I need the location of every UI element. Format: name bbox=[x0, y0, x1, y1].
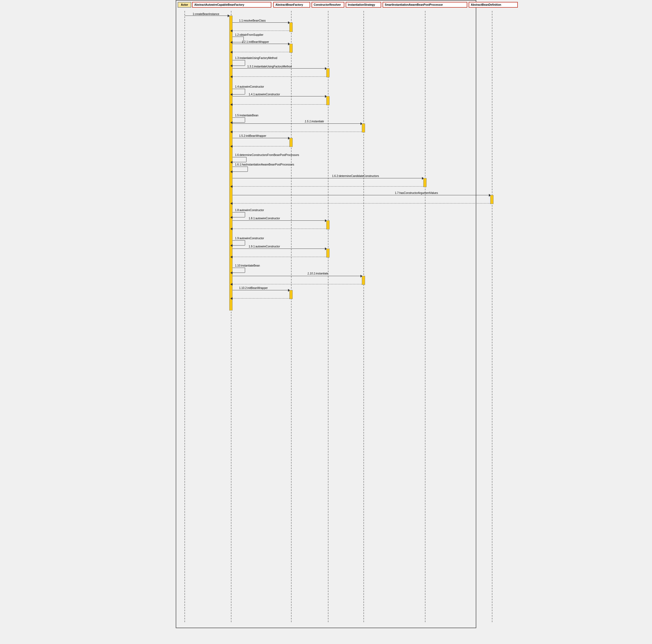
label-m1_1: 1.1:resolveBeanClass bbox=[239, 19, 266, 22]
arrow-line-m1_3 bbox=[233, 60, 245, 60]
arrow-line-m1_8_1 bbox=[233, 220, 326, 221]
activation-cr-1_8_1 bbox=[326, 220, 330, 229]
arrow-head-m1_3_1r bbox=[230, 75, 233, 78]
arrow-line-m1_10_2 bbox=[233, 290, 289, 290]
label-m1_8: 1.8:autowireConstructor bbox=[235, 209, 264, 212]
arrow-line-m1_5b bbox=[233, 122, 245, 123]
arrow-line-m1_4_1 bbox=[233, 96, 326, 96]
arrow-head-m1_8_1r bbox=[230, 227, 233, 230]
arrow-line-m1_9_1r bbox=[233, 257, 326, 257]
arrow-line-m1_5_1 bbox=[233, 123, 362, 124]
arrow-line-m1_6_2 bbox=[233, 178, 423, 178]
arrow-line-m1_4b bbox=[233, 94, 245, 94]
label-m1_5_1: 1.5.1:instantiate bbox=[305, 120, 324, 123]
arrow-line-m1_5_2 bbox=[233, 138, 289, 138]
arrow-head-m1_7r bbox=[230, 202, 233, 205]
label-m1_10_1: 1.10.1:instantiate bbox=[307, 272, 328, 275]
activation-is-1_5_1 bbox=[362, 123, 365, 133]
arrow-head-m1_10_2r bbox=[230, 297, 233, 300]
activation-abf-1_10_2 bbox=[289, 290, 293, 299]
lifeline-line-abf bbox=[291, 11, 292, 622]
arrow-head-m1_6_2r bbox=[230, 185, 233, 188]
label-m1: 1:createBeanInstance bbox=[193, 12, 219, 16]
arrow-line-m1_6_2r bbox=[233, 186, 423, 187]
label-m1_3: 1.3:instantiateUsingFactoryMethod bbox=[235, 57, 277, 59]
arrow-line-m1_5 bbox=[233, 117, 245, 118]
label-m1_7: 1.7:hasConstructorArgumentValues bbox=[395, 192, 438, 194]
arrow-head-m1_10 bbox=[230, 272, 233, 274]
arrow-line-m1_9b bbox=[233, 245, 245, 246]
label-m1_5: 1.5:instantiateBean bbox=[235, 114, 259, 117]
arrow-line-m1_5_1r bbox=[233, 132, 362, 132]
lifeline-line-abd bbox=[492, 11, 492, 622]
arrow-head-m1_5_1r bbox=[230, 131, 233, 133]
label-m1_4: 1.4:autowireConstructor bbox=[235, 85, 264, 88]
lifeline-line-actor bbox=[185, 11, 185, 622]
arrow-head-m1_4_1r bbox=[230, 103, 233, 106]
activation-siabpp-1_6_2 bbox=[423, 178, 427, 187]
arrow-line-m1_10_1r bbox=[233, 284, 362, 284]
activation-cr-1_3_1 bbox=[326, 68, 330, 77]
arrow-head-m1_9 bbox=[230, 244, 233, 247]
arrow-line-m1_8 bbox=[233, 212, 245, 213]
lifeline-siabpp: SmartInstantiationAwareBeanPostProcessor bbox=[383, 2, 467, 8]
lifeline-abd: AbstractBeanDefinition bbox=[469, 2, 518, 8]
arrow-head-m1_4 bbox=[230, 93, 233, 96]
arrow-line-m1_4_1r bbox=[233, 104, 326, 105]
arrow-line-m1_1 bbox=[233, 22, 289, 23]
arrow-line-m1 bbox=[185, 16, 229, 16]
activation-abf-1_5_2 bbox=[289, 138, 293, 147]
arrow-head-m1_8 bbox=[230, 216, 233, 219]
arrow-line-m1_3_1 bbox=[233, 68, 326, 68]
arrow-head-m1_6_1 bbox=[230, 170, 233, 173]
arrow-line-m1_2 bbox=[233, 36, 243, 37]
label-m1_10: 1.10:instantiateBean bbox=[235, 264, 260, 267]
label-m1_6_2: 1.6.2:determineCandidateConstructors bbox=[332, 174, 379, 177]
arrow-line-m1_7r bbox=[233, 203, 490, 203]
arrow-head-m1_5 bbox=[230, 121, 233, 124]
activation-abd-1_7 bbox=[490, 195, 493, 204]
label-m1_6: 1.6:determineConstructorsFromBeanPostPro… bbox=[235, 153, 299, 157]
arrow-head-m1_2 bbox=[230, 41, 233, 44]
lifeline-line-is bbox=[363, 11, 364, 622]
activation-cr-1_4_1 bbox=[326, 96, 330, 105]
arrow-line-m1_9 bbox=[233, 240, 245, 241]
activation-abf-1_2_1 bbox=[289, 44, 293, 53]
arrow-line-m1_6_1b bbox=[233, 171, 248, 172]
arrow-line-m1_10_2r bbox=[233, 298, 289, 299]
arrow-line-m1_5_2r bbox=[233, 146, 289, 146]
sequence-diagram: Actor AbstractAutowireCapableBeanFactory… bbox=[176, 0, 476, 628]
label-m1_5_2: 1.5.2:initBeanWrapper bbox=[239, 134, 266, 137]
arrow-head-m1_10_1r bbox=[230, 283, 233, 286]
activation-abf-1_1 bbox=[289, 22, 293, 32]
label-m1_9_1: 1.9.1:autowireConstructor bbox=[249, 245, 280, 248]
lifeline-abf: AbstractBeanFactory bbox=[273, 2, 310, 8]
lifeline-aacbf: AbstractAutowireCapableBeanFactory bbox=[192, 2, 271, 8]
arrow-line-m1_9_1 bbox=[233, 249, 326, 249]
lifeline-line-siabpp bbox=[425, 11, 426, 622]
arrow-head-m1 bbox=[227, 15, 230, 17]
arrow-line-m1_3b bbox=[233, 65, 245, 66]
activation-cr-1_9_1 bbox=[326, 249, 330, 257]
label-m1_9: 1.9:autowireConstructor bbox=[235, 237, 264, 240]
arrow-line-m1_10b bbox=[233, 273, 245, 273]
label-m1_3_1: 1.3.1:instantiateUsingFactoryMethod bbox=[247, 65, 292, 68]
label-m1_4_1: 1.4.1:autowireConstructor bbox=[249, 93, 280, 96]
arrow-line-m1_10 bbox=[233, 268, 245, 268]
label-m1_2: 1.2:obtainFromSupplier bbox=[235, 33, 264, 36]
arrow-head-m1_3 bbox=[230, 64, 233, 67]
lifeline-is: InstantiationStrategy bbox=[346, 2, 381, 8]
arrow-line-m1_6_1 bbox=[233, 167, 248, 167]
arrow-line-m1_2_1r bbox=[233, 52, 289, 52]
arrow-head-m1_6 bbox=[230, 161, 233, 164]
label-m1_6_1: 1.6.1:hasInstantiationAwareBeanPostProce… bbox=[235, 163, 294, 166]
activation-is-1_10_1 bbox=[362, 276, 365, 285]
arrow-head-m1_5_2r bbox=[230, 145, 233, 148]
arrow-line-m1_4 bbox=[233, 89, 245, 89]
lifeline-actor: Actor bbox=[178, 2, 191, 8]
label-m1_2_1: 1.2.1:initBeanWrapper bbox=[242, 40, 269, 44]
lifeline-cr: ConstructorResolver bbox=[311, 2, 344, 8]
arrow-line-m1_6b bbox=[233, 162, 246, 162]
arrow-head-m1_2_1r bbox=[230, 51, 233, 54]
arrow-head-m1_9_1r bbox=[230, 256, 233, 258]
